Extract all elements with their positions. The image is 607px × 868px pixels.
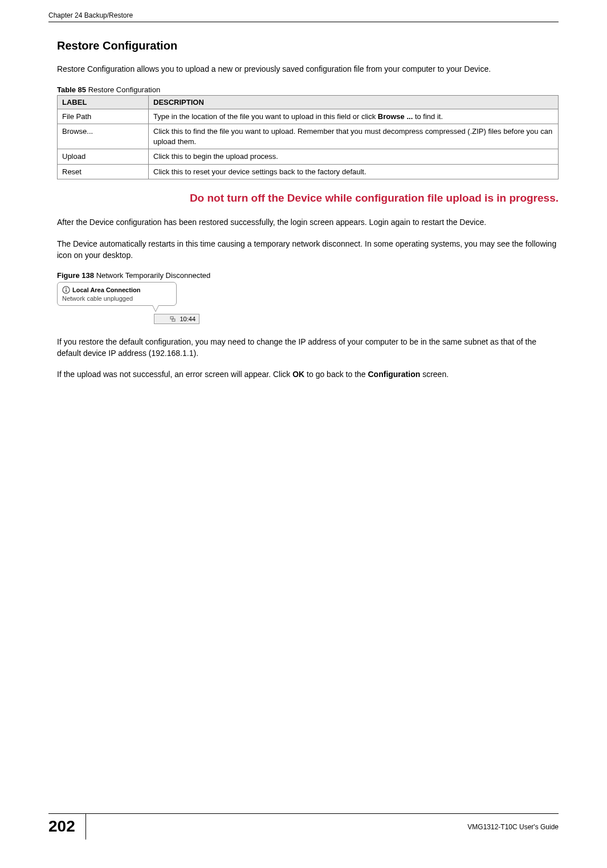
p2-part-a: If the upload was not successful, an err… (57, 370, 292, 379)
table-row: Upload Click this to begin the upload pr… (58, 149, 559, 165)
post-figure-text-1: If you restore the default configuration… (57, 337, 559, 359)
cell-desc: Click this to reset your device settings… (149, 164, 559, 179)
svg-rect-3 (170, 317, 173, 319)
chapter-title: Chapter 24 Backup/Restore (48, 11, 133, 19)
col-description: DESCRIPTION (149, 95, 559, 109)
table-header-row: LABEL DESCRIPTION (58, 95, 559, 109)
post-restore-text-1: After the Device configuration has been … (57, 217, 559, 228)
col-label: LABEL (58, 95, 149, 109)
cell-desc-text: Type in the location of the file you wan… (153, 112, 378, 121)
page-footer: 202 VMG1312-T10C User's Guide (48, 813, 559, 840)
figure-number: Figure 138 (57, 271, 94, 280)
balloon-message: Network cable unplugged (62, 295, 172, 302)
p2-bold-config: Configuration (368, 370, 421, 379)
p2-part-d: screen. (420, 370, 449, 379)
cell-desc: Click this to find the file you want to … (149, 124, 559, 149)
figure-network-disconnected: Local Area Connection Network cable unpl… (57, 282, 559, 324)
svg-rect-4 (172, 319, 175, 321)
post-restore-text-2: The Device automatically restarts in thi… (57, 239, 559, 261)
figure-caption-text: Network Temporarily Disconnected (94, 271, 210, 280)
system-tray: 10:44 (154, 314, 199, 324)
table-number: Table 85 (57, 85, 86, 94)
table-caption: Table 85 Restore Configuration (57, 85, 559, 94)
balloon-tail-inner (153, 305, 158, 311)
svg-point-1 (66, 288, 67, 289)
cell-label: File Path (58, 109, 149, 124)
cell-desc-after: to find it. (413, 112, 443, 121)
table-row: File Path Type in the location of the fi… (58, 109, 559, 124)
table-row: Reset Click this to reset your device se… (58, 164, 559, 179)
restore-config-table: LABEL DESCRIPTION File Path Type in the … (57, 95, 559, 180)
network-icon (169, 316, 176, 322)
table-row: Browse... Click this to find the file yo… (58, 124, 559, 149)
table-caption-text: Restore Configuration (86, 85, 160, 94)
section-title: Restore Configuration (57, 39, 559, 52)
cell-desc: Click this to begin the upload process. (149, 149, 559, 165)
post-figure-text-2: If the upload was not successful, an err… (57, 369, 559, 380)
page-header: Chapter 24 Backup/Restore (48, 11, 559, 22)
cell-desc: Type in the location of the file you wan… (149, 109, 559, 124)
p2-part-c: to go back to the (304, 370, 368, 379)
cell-label: Upload (58, 149, 149, 165)
footer-line: 202 VMG1312-T10C User's Guide (48, 813, 559, 840)
cell-label: Reset (58, 164, 149, 179)
tray-clock: 10:44 (180, 316, 195, 322)
balloon-title-row: Local Area Connection (62, 286, 172, 294)
cell-label: Browse... (58, 124, 149, 149)
section-intro: Restore Configuration allows you to uplo… (57, 64, 559, 75)
figure-caption: Figure 138 Network Temporarily Disconnec… (57, 271, 559, 280)
warning-callout: Do not turn off the Device while configu… (57, 192, 559, 204)
svg-rect-2 (66, 289, 67, 292)
balloon-title: Local Area Connection (72, 286, 140, 293)
p2-bold-ok: OK (292, 370, 304, 379)
cell-desc-bold: Browse ... (378, 112, 413, 121)
notification-balloon: Local Area Connection Network cable unpl… (57, 282, 177, 306)
guide-name: VMG1312-T10C User's Guide (467, 823, 559, 831)
info-icon (62, 286, 70, 294)
page-number: 202 (48, 814, 86, 840)
